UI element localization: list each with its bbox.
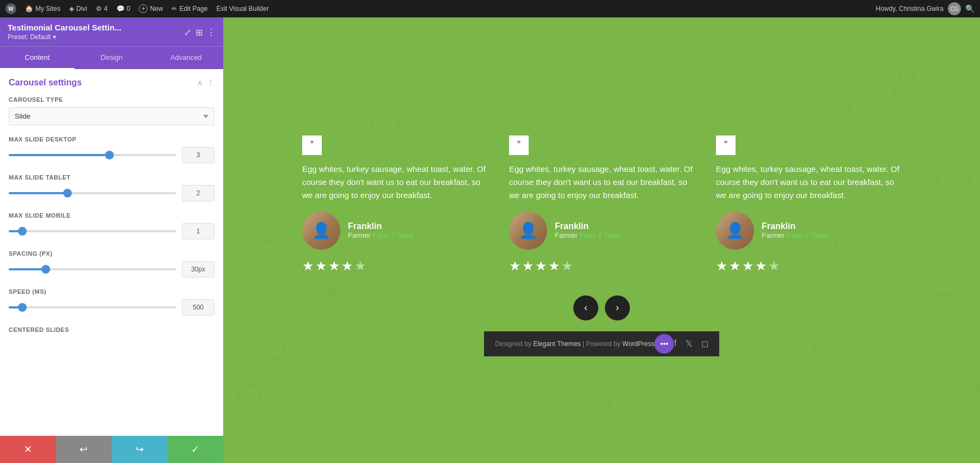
facebook-icon[interactable]: f	[674, 338, 676, 349]
card-author-info: Franklin Farmer Farm 2 Table	[555, 221, 621, 239]
card-role: Farmer Farm 2 Table	[762, 231, 828, 239]
carousel-type-select[interactable]: Slide Fade Flip	[9, 107, 215, 125]
quote-icon: ”	[509, 135, 529, 155]
quote-icon: ”	[302, 135, 322, 155]
preview-area: ” Egg whites, turkey sausage, wheat toas…	[223, 17, 980, 463]
testimonial-card: ” Egg whites, turkey sausage, wheat toas…	[710, 135, 906, 285]
admin-bar-edit-page[interactable]: ✏ Edit Page	[171, 5, 207, 13]
carousel-prev-button[interactable]: ‹	[573, 295, 598, 320]
wp-admin-bar: W 🏠 My Sites ◈ Divi ⚙ 4 💬 0 + New ✏ Edit…	[0, 0, 980, 17]
max-slide-desktop-field: Max Slide Desktop 3	[9, 136, 215, 163]
collapse-icon[interactable]: ∧	[197, 78, 203, 87]
max-slide-tablet-thumb[interactable]	[63, 189, 72, 197]
svg-line-8	[439, 45, 450, 55]
avatar-image: 👤	[302, 212, 340, 250]
speed-track	[9, 306, 176, 308]
admin-bar-mysites[interactable]: 🏠 My Sites	[25, 5, 60, 13]
svg-point-2	[848, 74, 896, 122]
svg-rect-6	[264, 339, 285, 360]
cancel-button[interactable]: ✕	[0, 436, 56, 463]
card-role: Farmer Farm 2 Table	[348, 231, 414, 239]
redo-button[interactable]: ↪	[112, 436, 168, 463]
footer-cms-link[interactable]: WordPress	[622, 340, 654, 348]
undo-button[interactable]: ↩	[56, 436, 112, 463]
tab-content[interactable]: Content	[0, 47, 75, 69]
spacing-fill	[9, 268, 46, 270]
testimonial-card: ” Egg whites, turkey sausage, wheat toas…	[504, 135, 700, 285]
max-slide-mobile-thumb[interactable]	[18, 227, 27, 236]
tab-design[interactable]: Design	[75, 47, 149, 69]
instagram-icon[interactable]: ◻	[701, 338, 708, 349]
panel-header-icons: ⤢ ⊞ ⋮	[184, 27, 216, 38]
spacing-value[interactable]: 30px	[182, 261, 215, 277]
max-slide-tablet-value[interactable]: 2	[182, 185, 215, 201]
max-slide-desktop-fill	[9, 154, 109, 156]
panel-header: Testimonial Carousel Settin... Preset: D…	[0, 17, 223, 46]
comment-icon: 💬	[117, 5, 125, 13]
card-author-info: Franklin Farmer Farm 2 Table	[762, 221, 828, 239]
speed-thumb[interactable]	[18, 303, 27, 312]
save-button[interactable]: ✓	[168, 436, 224, 463]
wp-icon[interactable]: W	[5, 3, 16, 14]
max-slide-mobile-field: Max Slide Mobile 1	[9, 212, 215, 239]
panel-tabs: Content Design Advanced	[0, 46, 223, 69]
spacing-thumb[interactable]	[41, 265, 50, 274]
max-slide-tablet-track	[9, 192, 176, 194]
admin-bar-new[interactable]: + New	[139, 4, 163, 13]
admin-bar-divi[interactable]: ◈ Divi	[69, 5, 87, 13]
speed-value[interactable]: 500	[182, 299, 215, 316]
twitter-icon[interactable]: 𝕏	[685, 338, 693, 349]
section-title: Carousel settings	[9, 78, 82, 88]
grid-icon[interactable]: ⊞	[195, 27, 203, 38]
user-avatar[interactable]: CG	[948, 2, 961, 15]
admin-bar-cache[interactable]: ⚙ 4	[96, 5, 108, 13]
house-icon: 🏠	[25, 5, 33, 13]
admin-bar-comments[interactable]: 💬 0	[117, 5, 131, 13]
panel-title: Testimonial Carousel Settin...	[8, 23, 149, 32]
max-slide-desktop-track	[9, 154, 176, 156]
tab-advanced[interactable]: Advanced	[149, 47, 223, 69]
card-author: 👤 Franklin Farmer Farm 2 Table	[716, 212, 901, 250]
centered-slides-label: Centered Slides	[9, 326, 215, 333]
max-slide-desktop-thumb[interactable]	[105, 151, 114, 159]
menu-icon[interactable]: ⋮	[207, 27, 216, 38]
cache-icon: ⚙	[96, 5, 102, 13]
max-slide-mobile-label: Max Slide Mobile	[9, 212, 215, 219]
card-text: Egg whites, turkey sausage, wheat toast,…	[716, 163, 901, 202]
spacing-track	[9, 268, 176, 270]
section-menu-icon[interactable]: ⋮	[207, 78, 215, 87]
svg-line-9	[764, 396, 775, 406]
card-name: Franklin	[348, 221, 414, 231]
card-stars: ★★★★★	[302, 258, 487, 274]
centered-slides-field: Centered Slides	[9, 326, 215, 333]
spacing-label: Spacing (px)	[9, 250, 215, 257]
admin-bar-exit-vb[interactable]: Exit Visual Builder	[216, 5, 269, 13]
search-icon[interactable]: 🔍	[965, 4, 975, 13]
max-slide-mobile-slider-row: 1	[9, 223, 215, 239]
card-stars: ★★★★★	[509, 258, 694, 274]
svg-point-10	[593, 398, 610, 415]
card-author: 👤 Franklin Farmer Farm 2 Table	[509, 212, 694, 250]
svg-rect-7	[897, 70, 914, 87]
footer-theme-link[interactable]: Elegant Themes	[533, 340, 580, 348]
panel-preset[interactable]: Preset: Default ▾	[8, 32, 184, 42]
testimonial-card: ” Egg whites, turkey sausage, wheat toas…	[297, 135, 493, 285]
max-slide-mobile-value[interactable]: 1	[182, 223, 215, 239]
card-stars: ★★★★★	[716, 258, 901, 274]
max-slide-tablet-slider-row: 2	[9, 185, 215, 201]
carousel-type-label: Carousel Type	[9, 96, 215, 103]
max-slide-mobile-track	[9, 230, 176, 232]
max-slide-desktop-value[interactable]: 3	[182, 147, 215, 163]
expand-icon[interactable]: ⤢	[184, 27, 191, 38]
card-text: Egg whites, turkey sausage, wheat toast,…	[509, 163, 694, 202]
carousel-next-button[interactable]: ›	[605, 295, 630, 320]
card-text: Egg whites, turkey sausage, wheat toast,…	[302, 163, 487, 202]
card-avatar: 👤	[716, 212, 754, 250]
svg-marker-12	[958, 368, 980, 390]
section-controls: ∧ ⋮	[197, 78, 215, 87]
max-slide-tablet-label: Max Slide Tablet	[9, 174, 215, 181]
max-slide-desktop-slider-row: 3	[9, 147, 215, 163]
footer-fab[interactable]: •••	[654, 334, 674, 354]
avatar-image: 👤	[716, 212, 754, 250]
carousel-slides: ” Egg whites, turkey sausage, wheat toas…	[240, 135, 964, 285]
